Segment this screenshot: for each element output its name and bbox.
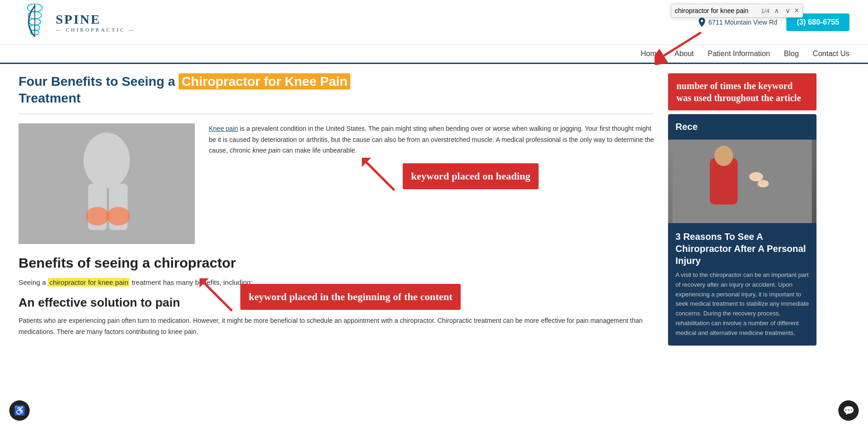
- svg-point-14: [714, 146, 733, 166]
- article-top: Knee pain is a prevalent condition in th…: [19, 123, 654, 244]
- find-arrow-icon: [655, 28, 710, 65]
- svg-point-11: [107, 207, 130, 225]
- find-count: 1/4: [761, 7, 770, 14]
- title-keyword-highlight: Chiropractor for Knee Pain: [179, 73, 350, 90]
- knee-pain-link[interactable]: Knee pain: [209, 125, 238, 132]
- nav-patient-info[interactable]: Patient Information: [708, 50, 770, 58]
- find-arrow-container: [655, 28, 710, 67]
- article-title: Four Benefits to Seeing a Chiropractor f…: [19, 73, 654, 107]
- intro-text2: can make life unbearable.: [281, 147, 357, 154]
- svg-point-10: [86, 207, 109, 225]
- svg-rect-12: [673, 140, 812, 223]
- svg-point-16: [758, 180, 769, 187]
- sidebar-image: [668, 140, 817, 223]
- sidebar-card: Rece 3 Reasons To See A Chiropractor Aft…: [668, 114, 817, 346]
- sidebar: number of times the keyword was used thr…: [668, 73, 817, 346]
- heading-annotation-box: keyword placed on heading: [403, 163, 539, 190]
- title-before: Four Benefits to Seeing a: [19, 74, 175, 89]
- seeing-before: Seeing a: [19, 278, 46, 286]
- content-annotation-box: keyword placed in the beginning of the c…: [240, 284, 461, 310]
- article-image: [19, 123, 195, 244]
- spine-logo-icon: [19, 4, 51, 41]
- nav-contact[interactable]: Contact Us: [813, 50, 849, 58]
- address-text: 6711 Mountain View Rd: [708, 19, 777, 26]
- sub-heading-text: An effective solution to pain: [19, 295, 180, 309]
- svg-line-18: [366, 162, 394, 190]
- svg-point-15: [749, 172, 763, 181]
- find-prev-button[interactable]: ∧: [772, 6, 781, 15]
- sidebar-image-svg: [673, 140, 812, 223]
- logo-text: SPINE — CHIROPRACTIC —: [56, 12, 135, 32]
- heading-arrow-icon: [362, 158, 399, 195]
- article-divider: [19, 114, 654, 114]
- svg-line-22: [664, 32, 701, 56]
- svg-line-20: [204, 283, 232, 311]
- sidebar-article-text: A visit to the chiropractor can be an im…: [668, 270, 817, 346]
- location-icon: [698, 18, 706, 27]
- logo-spine-text: SPINE: [56, 12, 135, 27]
- keyword-count-annotation: number of times the keyword was used thr…: [668, 73, 817, 110]
- knee-image-svg: [19, 123, 195, 244]
- content-arrow-icon: [199, 278, 237, 315]
- content-annotation-container: keyword placed in the beginning of the c…: [199, 278, 461, 315]
- sidebar-header-text: Rece: [675, 122, 698, 132]
- nav-blog[interactable]: Blog: [784, 50, 799, 58]
- find-bar[interactable]: chiropractor for knee pain 1/4 ∧ ∨ ×: [671, 4, 803, 18]
- svg-point-7: [84, 133, 130, 188]
- logo-chiro-text: — CHIROPRACTIC —: [56, 27, 135, 32]
- find-input[interactable]: chiropractor for knee pain: [675, 7, 759, 14]
- seeing-keyword: chiropractor for knee pain: [48, 278, 129, 287]
- main-nav: Home About Patient Information Blog Cont…: [0, 45, 868, 64]
- logo-area: SPINE — CHIROPRACTIC —: [19, 4, 135, 41]
- address-area: 6711 Mountain View Rd: [698, 18, 777, 27]
- find-next-button[interactable]: ∨: [784, 6, 792, 15]
- heading-annotation-container: keyword placed on heading: [362, 158, 539, 195]
- find-close-button[interactable]: ×: [795, 6, 799, 15]
- sidebar-header: Rece: [668, 114, 817, 140]
- intro-italic: knee pain: [252, 147, 281, 154]
- title-after: Treatment: [19, 91, 81, 105]
- sidebar-article-title[interactable]: 3 Reasons To See A Chiropractor After A …: [668, 223, 817, 270]
- body-text: Patients who are experiencing pain often…: [19, 315, 654, 338]
- section-heading: Benefits of seeing a chiropractor: [19, 255, 654, 271]
